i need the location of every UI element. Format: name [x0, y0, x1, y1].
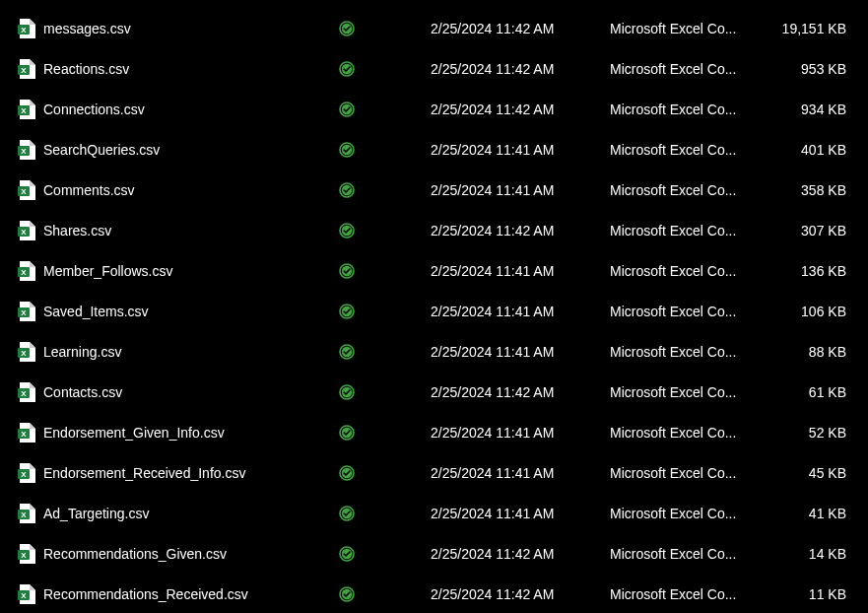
file-status-cell [339, 61, 431, 77]
sync-status-icon [339, 586, 355, 602]
file-name-label: Shares.csv [43, 223, 111, 238]
file-type-cell: Microsoft Excel Co... [610, 384, 769, 400]
file-type-cell: Microsoft Excel Co... [610, 506, 769, 521]
file-row[interactable]: X Endorsement_Given_Info.csv 2/25/2024 1… [0, 412, 868, 452]
file-date-cell: 2/25/2024 11:41 AM [431, 425, 610, 441]
sync-status-icon [339, 344, 355, 360]
file-name-label: Recommendations_Received.csv [43, 586, 248, 602]
file-type-cell: Microsoft Excel Co... [610, 21, 769, 36]
file-date-cell: 2/25/2024 11:42 AM [431, 223, 610, 238]
file-row[interactable]: X Contacts.csv 2/25/2024 11:42 AM Micros… [0, 372, 868, 412]
excel-file-icon: X [18, 140, 35, 160]
svg-text:X: X [21, 389, 27, 398]
sync-status-icon [339, 142, 355, 158]
file-row[interactable]: X Saved_Items.csv 2/25/2024 11:41 AM Mic… [0, 291, 868, 331]
file-row[interactable]: X Recommendations_Given.csv 2/25/2024 11… [0, 533, 868, 574]
file-status-cell [339, 182, 431, 198]
sync-status-icon [339, 182, 355, 198]
file-type-cell: Microsoft Excel Co... [610, 61, 769, 77]
file-size-cell: 11 KB [769, 586, 846, 602]
file-row[interactable]: X Connections.csv 2/25/2024 11:42 AM Mic… [0, 89, 868, 129]
file-type-cell: Microsoft Excel Co... [610, 102, 769, 117]
excel-file-icon: X [18, 59, 35, 79]
file-status-cell [339, 263, 431, 279]
sync-status-icon [339, 546, 355, 562]
file-type-cell: Microsoft Excel Co... [610, 182, 769, 198]
file-name-cell: X Endorsement_Given_Info.csv [18, 423, 339, 443]
file-date-cell: 2/25/2024 11:41 AM [431, 506, 610, 521]
file-date-cell: 2/25/2024 11:42 AM [431, 102, 610, 117]
file-name-label: Connections.csv [43, 102, 145, 117]
svg-text:X: X [21, 106, 27, 115]
file-row[interactable]: X Reactions.csv 2/25/2024 11:42 AM Micro… [0, 48, 868, 89]
file-status-cell [339, 506, 431, 521]
file-name-label: Endorsement_Received_Info.csv [43, 465, 245, 481]
svg-text:X: X [21, 470, 27, 479]
file-date-cell: 2/25/2024 11:41 AM [431, 465, 610, 481]
svg-text:X: X [21, 26, 27, 34]
file-name-label: Recommendations_Given.csv [43, 546, 227, 562]
file-size-cell: 41 KB [769, 506, 846, 521]
file-size-cell: 106 KB [769, 304, 846, 319]
file-name-label: Member_Follows.csv [43, 263, 172, 279]
file-row[interactable]: X messages.csv 2/25/2024 11:42 AM Micros… [0, 8, 868, 48]
file-date-cell: 2/25/2024 11:42 AM [431, 546, 610, 562]
file-status-cell [339, 223, 431, 238]
file-name-cell: X Comments.csv [18, 180, 339, 200]
file-name-cell: X Ad_Targeting.csv [18, 504, 339, 523]
file-row[interactable]: X Comments.csv 2/25/2024 11:41 AM Micros… [0, 170, 868, 210]
file-name-cell: X Endorsement_Received_Info.csv [18, 463, 339, 483]
svg-text:X: X [21, 430, 27, 439]
file-type-cell: Microsoft Excel Co... [610, 344, 769, 360]
sync-status-icon [339, 304, 355, 319]
file-type-cell: Microsoft Excel Co... [610, 263, 769, 279]
file-type-cell: Microsoft Excel Co... [610, 304, 769, 319]
file-size-cell: 953 KB [769, 61, 846, 77]
file-type-cell: Microsoft Excel Co... [610, 142, 769, 158]
file-row[interactable]: X Recommendations_Received.csv 2/25/2024… [0, 574, 868, 613]
file-name-label: Learning.csv [43, 344, 121, 360]
excel-file-icon: X [18, 584, 35, 604]
sync-status-icon [339, 223, 355, 238]
excel-file-icon: X [18, 261, 35, 281]
svg-text:X: X [21, 147, 27, 156]
file-row[interactable]: X Endorsement_Received_Info.csv 2/25/202… [0, 452, 868, 493]
file-type-cell: Microsoft Excel Co... [610, 425, 769, 441]
file-size-cell: 14 KB [769, 546, 846, 562]
sync-status-icon [339, 384, 355, 400]
file-type-cell: Microsoft Excel Co... [610, 465, 769, 481]
file-status-cell [339, 21, 431, 36]
sync-status-icon [339, 102, 355, 117]
file-date-cell: 2/25/2024 11:41 AM [431, 263, 610, 279]
svg-text:X: X [21, 66, 27, 75]
file-name-label: Ad_Targeting.csv [43, 506, 149, 521]
file-name-label: Comments.csv [43, 182, 135, 198]
file-size-cell: 136 KB [769, 263, 846, 279]
sync-status-icon [339, 61, 355, 77]
file-type-cell: Microsoft Excel Co... [610, 223, 769, 238]
sync-status-icon [339, 425, 355, 441]
file-name-cell: X SearchQueries.csv [18, 140, 339, 160]
file-size-cell: 358 KB [769, 182, 846, 198]
file-row[interactable]: X Shares.csv 2/25/2024 11:42 AM Microsof… [0, 210, 868, 250]
svg-text:X: X [21, 349, 27, 358]
file-size-cell: 61 KB [769, 384, 846, 400]
file-size-cell: 934 KB [769, 102, 846, 117]
excel-file-icon: X [18, 342, 35, 362]
file-size-cell: 88 KB [769, 344, 846, 360]
excel-file-icon: X [18, 100, 35, 119]
file-size-cell: 307 KB [769, 223, 846, 238]
excel-file-icon: X [18, 504, 35, 523]
file-row[interactable]: X Member_Follows.csv 2/25/2024 11:41 AM … [0, 250, 868, 291]
file-status-cell [339, 546, 431, 562]
file-name-cell: X Contacts.csv [18, 382, 339, 402]
file-size-cell: 401 KB [769, 142, 846, 158]
file-name-cell: X Member_Follows.csv [18, 261, 339, 281]
file-row[interactable]: X SearchQueries.csv 2/25/2024 11:41 AM M… [0, 129, 868, 170]
file-row[interactable]: X Ad_Targeting.csv 2/25/2024 11:41 AM Mi… [0, 493, 868, 533]
file-status-cell [339, 465, 431, 481]
file-row[interactable]: X Learning.csv 2/25/2024 11:41 AM Micros… [0, 331, 868, 372]
file-date-cell: 2/25/2024 11:41 AM [431, 344, 610, 360]
file-type-cell: Microsoft Excel Co... [610, 546, 769, 562]
file-name-cell: X Learning.csv [18, 342, 339, 362]
